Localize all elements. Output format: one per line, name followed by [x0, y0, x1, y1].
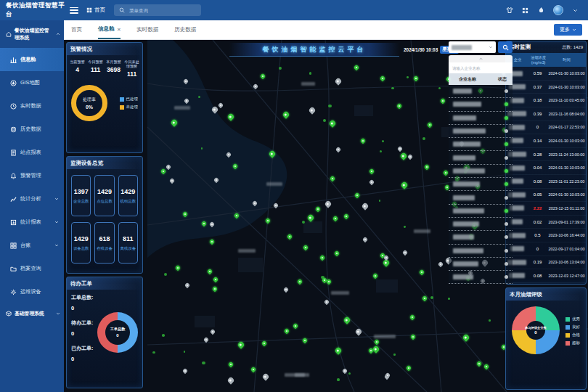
reading-time: 2023-11-10 03:45:00	[547, 98, 586, 102]
home-icon	[5, 31, 12, 38]
map-dot-green[interactable]	[323, 119, 326, 122]
enterprise-name-redacted	[453, 181, 480, 187]
map-dot-green[interactable]	[337, 378, 340, 381]
sidebar-item-gis-map[interactable]: GIS地图	[0, 71, 64, 94]
enterprise-list-row[interactable]	[449, 231, 513, 244]
map-dot-green[interactable]	[407, 76, 409, 78]
avatar[interactable]	[553, 5, 563, 15]
chevron-down-icon[interactable]	[571, 7, 579, 15]
tab-信息舱[interactable]: 信息舱×	[98, 20, 121, 39]
map-dot-green[interactable]	[448, 298, 450, 300]
map-dot-green[interactable]	[152, 351, 155, 354]
realtime-table-row[interactable]: 0.372024-01-30 10:03:00	[506, 81, 586, 94]
enterprise-list-row[interactable]	[449, 165, 513, 178]
map-dot-green[interactable]	[430, 296, 433, 299]
enterprise-list-row[interactable]	[449, 191, 513, 204]
map-dot-green[interactable]	[328, 105, 331, 107]
map-label-redacted	[331, 291, 349, 295]
legend-item: 未处理	[120, 105, 139, 110]
tab-实时数据[interactable]: 实时数据	[136, 20, 158, 39]
sidebar-item-stat-report[interactable]: 统计报表	[0, 211, 64, 234]
enterprise-list-row[interactable]	[449, 218, 513, 231]
map-dot-green[interactable]	[391, 87, 393, 89]
realtime-table-row[interactable]: 0.082023-12-03 12:47:00	[506, 269, 586, 283]
map-dot-green[interactable]	[184, 351, 186, 353]
map-dot-green[interactable]	[422, 137, 425, 140]
folder-icon	[10, 266, 17, 272]
realtime-table-row[interactable]: 0.182023-11-10 03:45:00	[506, 94, 586, 107]
realtime-table-row[interactable]: 0.52023-10-06 16:44:00	[506, 229, 586, 242]
theme-skin-icon[interactable]	[505, 7, 513, 15]
sidebar-item-history-data[interactable]: 历史数据	[0, 118, 64, 141]
realtime-table-row[interactable]: 02022-09-17 01:04:00	[506, 242, 586, 256]
realtime-table-row[interactable]: 0.192023-10-06 13:04:00	[506, 256, 586, 270]
concentration-value: 2.22	[528, 206, 547, 211]
sidebar-item-om-device[interactable]: 运维设备	[0, 280, 64, 303]
menu-toggle-icon[interactable]	[70, 7, 78, 14]
region-select[interactable]	[449, 41, 496, 53]
enterprise-list-row[interactable]	[449, 112, 513, 125]
sidebar-item-stat-analysis[interactable]: 统计分析	[0, 187, 64, 211]
enterprise-list-row[interactable]	[449, 98, 513, 111]
enterprise-list-row[interactable]	[449, 245, 513, 258]
more-button[interactable]: 更多	[554, 24, 582, 36]
legend-label: 已处理	[126, 97, 139, 102]
map-dot-green[interactable]	[404, 226, 406, 228]
sidebar-item-archive-query[interactable]: 档案查询	[0, 257, 64, 280]
map-dot-green[interactable]	[162, 334, 165, 337]
tab-首页[interactable]: 首页	[71, 20, 82, 39]
chevron-down-icon	[56, 311, 60, 316]
map-dot-green[interactable]	[202, 362, 205, 364]
sidebar-section-monitoring-system[interactable]: 餐饮油烟监控管理系统	[0, 20, 64, 48]
dashboard-icon	[10, 57, 17, 63]
sidebar-section-basic-system[interactable]: 基础管理系统	[0, 303, 64, 324]
donut-label: 处理率	[83, 97, 95, 103]
enterprise-list-row[interactable]	[449, 178, 513, 191]
map-dot-green[interactable]	[393, 354, 396, 356]
menu-search[interactable]	[114, 4, 201, 16]
enterprise-search-button[interactable]	[498, 41, 513, 53]
flame-icon[interactable]	[537, 7, 545, 15]
tab-历史数据[interactable]: 历史数据	[174, 20, 196, 39]
realtime-table-row[interactable]: 0.592024-01-30 10:03:00	[506, 67, 586, 81]
realtime-table-row[interactable]: 0.142024-01-30 10:03:00	[506, 134, 586, 148]
enterprise-list-row[interactable]	[449, 138, 513, 151]
tab-close-icon[interactable]: ×	[118, 26, 121, 33]
realtime-table-row[interactable]: 0.082023-11-01 22:23:00	[506, 175, 586, 189]
enterprise-list-row[interactable]	[449, 258, 513, 271]
warning-stat-value: 111	[86, 66, 105, 73]
grid-icon	[10, 242, 17, 249]
realtime-table-row[interactable]: 0.282023-11-24 13:00:00	[506, 148, 586, 162]
realtime-table-row[interactable]: 02024-01-17 22:53:00	[506, 121, 586, 135]
realtime-table-row[interactable]: 2.222023-12-15 01:11:00	[506, 202, 586, 216]
sidebar-item-info-cabin[interactable]: 信息舱	[0, 48, 64, 71]
sidebar-item-warning-mgmt[interactable]: 预警管理	[0, 164, 64, 187]
realtime-table-row[interactable]: 0.022023-09-01 17:39:00	[506, 216, 586, 229]
legend-label: 优秀	[572, 317, 580, 322]
enterprise-name-redacted	[453, 89, 472, 94]
enterprise-list-row[interactable]	[449, 151, 513, 164]
enterprise-list-row[interactable]	[449, 125, 513, 138]
enterprise-list-row[interactable]	[449, 271, 513, 284]
map-dot-green[interactable]	[348, 372, 351, 375]
sidebar-item-realtime-data[interactable]: 实时数据	[0, 94, 64, 118]
workorder-stat-value: 0	[71, 356, 93, 362]
sidebar-item-ledger[interactable]: 台账	[0, 234, 64, 257]
enterprise-name-input[interactable]	[451, 65, 510, 71]
menu-search-input[interactable]	[128, 7, 193, 14]
realtime-table-row[interactable]: 0.392023-11-16 08:04:00	[506, 107, 586, 121]
top-header-bar: 餐饮油烟管理智慧平台 首页	[0, 0, 588, 20]
apps-icon[interactable]	[521, 7, 529, 15]
map-dot-green[interactable]	[489, 319, 491, 322]
map-dot-green[interactable]	[279, 67, 282, 70]
collapse-toggle[interactable]	[449, 55, 513, 62]
realtime-table-row[interactable]: 0.052024-01-30 10:03:00	[506, 189, 586, 203]
enterprise-list-row[interactable]	[449, 205, 513, 218]
chevron-up-icon	[56, 32, 60, 36]
enterprise-list-row[interactable]	[449, 85, 513, 98]
reading-time: 2024-01-30 10:03:00	[547, 139, 586, 143]
home-shortcut[interactable]: 首页	[86, 7, 105, 14]
sidebar-item-site-report[interactable]: 站点报表	[0, 141, 64, 164]
realtime-table-row[interactable]: 0.042024-01-30 10:03:00	[506, 161, 586, 175]
tab-bar: 首页信息舱×实时数据历史数据 更多	[64, 20, 588, 40]
